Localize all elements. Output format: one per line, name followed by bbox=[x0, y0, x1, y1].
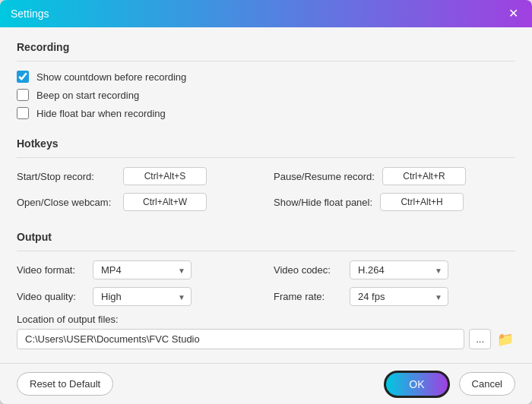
output-label-framerate: Frame rate: bbox=[274, 291, 342, 302]
hotkeys-grid: Start/Stop record: Pause/Resume record: … bbox=[17, 167, 515, 211]
reset-button[interactable]: Reset to Default bbox=[17, 372, 113, 396]
hotkey-label-start-stop: Start/Stop record: bbox=[17, 171, 116, 182]
dots-button[interactable]: ... bbox=[469, 329, 491, 349]
ok-button[interactable]: OK bbox=[384, 371, 449, 398]
video-quality-select[interactable]: High Medium Low bbox=[93, 287, 192, 306]
checkbox-countdown-label: Show countdown before recording bbox=[36, 71, 186, 83]
video-format-wrapper: MP4 AVI MOV GIF ▼ bbox=[93, 260, 192, 279]
hotkey-label-pause-resume: Pause/Resume record: bbox=[274, 171, 375, 182]
checkbox-row-beep: Beep on start recording bbox=[17, 89, 515, 101]
frame-rate-select[interactable]: 24 fps 30 fps 60 fps bbox=[350, 287, 448, 306]
folder-button[interactable]: 📁 bbox=[496, 331, 515, 348]
settings-dialog: Settings ✕ Recording Show countdown befo… bbox=[0, 0, 532, 404]
video-codec-select[interactable]: H.264 H.265 MPEG-4 bbox=[350, 260, 448, 279]
hotkey-row-start-stop: Start/Stop record: bbox=[17, 167, 258, 185]
output-divider bbox=[17, 251, 515, 251]
checkbox-beep-label: Beep on start recording bbox=[36, 90, 139, 101]
close-button[interactable]: ✕ bbox=[505, 6, 521, 21]
folder-icon: 📁 bbox=[497, 332, 514, 347]
output-label-quality: Video quality: bbox=[17, 291, 85, 302]
output-row-format: Video format: MP4 AVI MOV GIF ▼ bbox=[17, 260, 258, 279]
hotkeys-divider bbox=[17, 157, 515, 158]
hotkey-row-pause-resume: Pause/Resume record: bbox=[274, 167, 515, 185]
cancel-button[interactable]: Cancel bbox=[459, 372, 515, 396]
video-quality-wrapper: High Medium Low ▼ bbox=[93, 287, 192, 306]
hotkey-input-open-webcam[interactable] bbox=[123, 193, 207, 211]
frame-rate-wrapper: 24 fps 30 fps 60 fps ▼ bbox=[350, 287, 448, 306]
hotkeys-section-title: Hotkeys bbox=[17, 137, 515, 150]
output-grid: Video format: MP4 AVI MOV GIF ▼ Video co… bbox=[17, 260, 515, 306]
hotkey-row-open-webcam: Open/Close webcam: bbox=[17, 193, 258, 211]
hotkey-row-show-float: Show/Hide float panel: bbox=[274, 193, 515, 211]
title-bar: Settings ✕ bbox=[0, 0, 532, 27]
checkbox-beep[interactable] bbox=[17, 89, 29, 101]
dialog-title: Settings bbox=[11, 8, 49, 20]
output-label-format: Video format: bbox=[17, 264, 85, 276]
location-path-input[interactable] bbox=[17, 329, 464, 349]
footer: Reset to Default OK Cancel bbox=[0, 363, 532, 404]
video-format-select[interactable]: MP4 AVI MOV GIF bbox=[93, 260, 192, 279]
location-input-row: ... 📁 bbox=[17, 329, 515, 349]
hotkey-input-show-float[interactable] bbox=[380, 193, 464, 211]
hotkey-label-show-float: Show/Hide float panel: bbox=[274, 197, 372, 208]
checkbox-row-floatbar: Hide float bar when recording bbox=[17, 107, 515, 119]
output-row-codec: Video codec: H.264 H.265 MPEG-4 ▼ bbox=[274, 260, 515, 279]
hotkey-label-open-webcam: Open/Close webcam: bbox=[17, 197, 116, 208]
hotkey-input-pause-resume[interactable] bbox=[382, 167, 466, 185]
output-row-framerate: Frame rate: 24 fps 30 fps 60 fps ▼ bbox=[274, 287, 515, 306]
checkbox-row-countdown: Show countdown before recording bbox=[17, 71, 515, 83]
location-label: Location of output files: bbox=[17, 314, 515, 325]
checkbox-countdown[interactable] bbox=[17, 71, 29, 83]
video-codec-wrapper: H.264 H.265 MPEG-4 ▼ bbox=[350, 260, 448, 279]
output-section-title: Output bbox=[17, 231, 515, 243]
location-row: Location of output files: ... 📁 bbox=[17, 314, 515, 349]
content-area: Recording Show countdown before recordin… bbox=[0, 27, 532, 363]
recording-divider bbox=[17, 61, 515, 62]
output-row-quality: Video quality: High Medium Low ▼ bbox=[17, 287, 258, 306]
hotkey-input-start-stop[interactable] bbox=[123, 167, 207, 185]
footer-right: OK Cancel bbox=[384, 371, 515, 398]
output-label-codec: Video codec: bbox=[274, 264, 342, 276]
checkbox-floatbar[interactable] bbox=[17, 107, 29, 119]
recording-section-title: Recording bbox=[17, 41, 515, 53]
checkbox-floatbar-label: Hide float bar when recording bbox=[36, 108, 166, 119]
